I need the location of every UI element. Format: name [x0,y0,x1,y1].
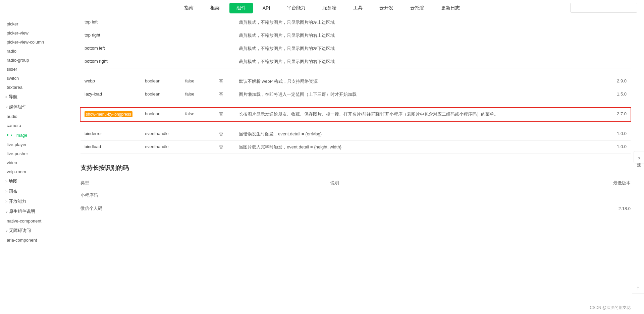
cell-version: 1.5.0 [604,88,631,101]
cell-version [604,42,631,55]
sidebar-group-媒体组件[interactable]: ∨ 媒体组件 [0,102,67,112]
nav-tab-工具[interactable]: 工具 [346,3,370,13]
table-row: lazy-load boolean false 否 图片懒加载，在即将进入一定范… [80,88,631,101]
sidebar-item-live-pusher[interactable]: live-pusher [0,149,67,158]
cell-default [181,42,215,55]
highlighted-row-table: show-menu-by-longpress boolean false 否 长… [80,108,631,121]
sidebar-item-slider[interactable]: slider [0,65,67,74]
cell-desc: 裁剪模式，不缩放图片，只显示图片的右下边区域 [235,55,604,68]
cell-required [215,16,235,29]
cell-default [181,141,215,154]
watermark: CSDN @深渊的那支花 [590,305,631,311]
support-header-2: 最低版本 [431,177,631,189]
cell-type: boolean [141,108,181,121]
support-cell-type: 小程序码 [80,189,330,202]
cell-type: boolean [141,75,181,88]
cell-version: 1.0.0 [604,141,631,154]
feedback-button[interactable]: ？ 反馈 [634,151,644,163]
support-header-1: 说明 [330,177,430,189]
cell-default: false [181,108,215,121]
cell-type: eventhandle [141,128,181,141]
cell-required [215,42,235,55]
nav-tab-平台能力[interactable]: 平台能力 [280,3,313,13]
sidebar-item-live-player[interactable]: live-player [0,140,67,149]
cell-desc: 裁剪模式，不缩放图片，只显示图片的左下边区域 [235,42,604,55]
support-table: 类型说明最低版本 小程序码 微信个人码 2.18.0 [80,177,631,215]
cell-name: bottom left [80,42,141,55]
cell-default [181,128,215,141]
cell-name: top left [80,16,141,29]
cell-type: boolean [141,88,181,101]
nav-tab-API[interactable]: API [256,3,277,13]
sidebar-group-地图[interactable]: > 地图 [0,176,67,186]
nav-tab-框架[interactable]: 框架 [203,3,227,13]
sidebar-group-无障碍访问[interactable]: ∨ 无障碍访问 [0,226,67,236]
cell-version [604,16,631,29]
nav-tab-组件[interactable]: 组件 [229,3,253,13]
cell-required [215,29,235,42]
cell-desc: 图片懒加载，在即将进入一定范围（上下三屏）时才开始加载 [235,88,604,101]
nav-tab-云托管[interactable]: 云托管 [403,3,431,13]
sidebar-item-switch[interactable]: switch [0,74,67,83]
sidebar-item-native-component[interactable]: native-component [0,216,67,226]
table-row: top left 裁剪模式，不缩放图片，只显示图片的左上边区域 [80,16,631,29]
cell-version [604,29,631,42]
sidebar-item-radio-group[interactable]: radio-group [0,56,67,65]
highlighted-name-tag: show-menu-by-longpress [85,111,132,117]
sidebar: pickerpicker-viewpicker-view-columnradio… [0,16,67,314]
cell-name: bindload [80,141,141,154]
table-row: top right 裁剪模式，不缩放图片，只显示图片的右上边区域 [80,29,631,42]
search-input[interactable] [570,3,637,13]
cell-desc: 裁剪模式，不缩放图片，只显示图片的左上边区域 [235,16,604,29]
nav-tab-服务端[interactable]: 服务端 [315,3,343,13]
cell-name: binderror [80,128,141,141]
table-row: bottom right 裁剪模式，不缩放图片，只显示图片的右下边区域 [80,55,631,68]
cell-type [141,42,181,55]
back-to-top-button[interactable]: ↑ [632,282,644,294]
support-table-row: 微信个人码 2.18.0 [80,202,631,215]
cell-required: 否 [215,108,235,121]
cell-name: bottom right [80,55,141,68]
cell-version [604,55,631,68]
cell-desc: 当错误发生时触发，event.detail = {errMsg} [235,128,604,141]
sidebar-group-原生组件说明[interactable]: ∨ 原生组件说明 [0,206,67,216]
sidebar-item-aria-component[interactable]: aria-component [0,236,67,245]
cell-desc: 裁剪模式，不缩放图片，只显示图片的右上边区域 [235,29,604,42]
support-cell-version: 2.18.0 [431,202,631,215]
sidebar-item-audio[interactable]: audio [0,112,67,121]
sidebar-item-picker-view-column[interactable]: picker-view-column [0,38,67,47]
cell-required: 否 [215,141,235,154]
sidebar-item-voip-room[interactable]: voip-room [0,167,67,176]
sidebar-item-picker[interactable]: picker [0,19,67,28]
attributes-table-bottom: binderror eventhandle 否 当错误发生时触发，event.d… [80,128,631,154]
sidebar-item-image[interactable]: •image [0,130,67,140]
cell-default [181,16,215,29]
table-row: webp boolean false 否 默认不解析 webP 格式，只支持网络… [80,75,631,88]
sidebar-item-video[interactable]: video [0,158,67,167]
support-cell-desc [330,202,430,215]
cell-default: false [181,75,215,88]
nav-tab-云开发[interactable]: 云开发 [372,3,400,13]
attributes-table-top: top left 裁剪模式，不缩放图片，只显示图片的左上边区域 top righ… [80,16,631,68]
table-row: bindload eventhandle 否 当图片载入完毕时触发，event.… [80,141,631,154]
cell-default [181,29,215,42]
cell-desc: 当图片载入完毕时触发，event.detail = {height, width… [235,141,604,154]
support-cell-version [431,189,631,202]
sidebar-group-画布[interactable]: > 画布 [0,186,67,196]
sidebar-item-radio[interactable]: radio [0,47,67,56]
cell-version: 2.7.0 [604,108,631,121]
support-header-0: 类型 [80,177,330,189]
sidebar-group-开放能力[interactable]: > 开放能力 [0,196,67,206]
sidebar-item-camera[interactable]: camera [0,121,67,130]
highlighted-table-row: show-menu-by-longpress boolean false 否 长… [80,108,631,121]
cell-default: false [181,88,215,101]
attributes-table-mid: webp boolean false 否 默认不解析 webP 格式，只支持网络… [80,75,631,101]
sidebar-item-picker-view[interactable]: picker-view [0,28,67,38]
top-navigation: 指南框架组件API平台能力服务端工具云开发云托管更新日志 [0,0,644,16]
cell-version: 2.9.0 [604,75,631,88]
nav-tab-更新日志[interactable]: 更新日志 [434,3,467,13]
sidebar-item-textarea[interactable]: textarea [0,83,67,92]
nav-tab-指南[interactable]: 指南 [177,3,201,13]
cell-name: webp [80,75,141,88]
sidebar-group-导航[interactable]: > 导航 [0,92,67,102]
